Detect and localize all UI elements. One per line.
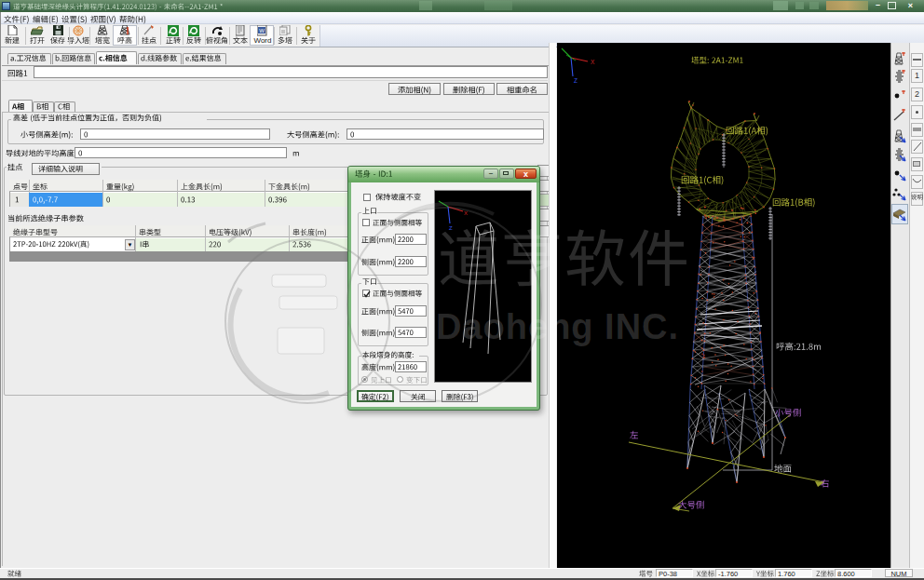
svg-text:Z: Z (574, 77, 578, 84)
svg-text:W: W (259, 28, 265, 34)
svg-text:X: X (591, 59, 595, 65)
svg-text:Z: Z (449, 225, 453, 231)
svg-text:X: X (464, 210, 468, 216)
